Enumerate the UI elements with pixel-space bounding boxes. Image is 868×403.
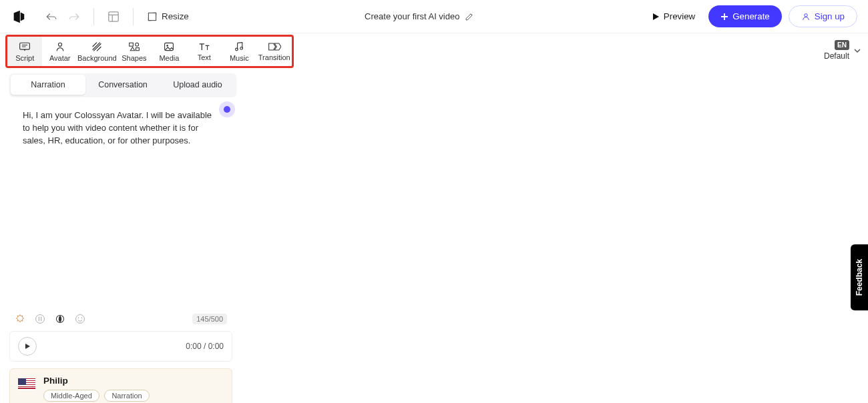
tool-script[interactable]: Script xyxy=(7,37,42,66)
voice-card[interactable]: Philip Middle-Aged Narration xyxy=(9,368,232,403)
svg-point-11 xyxy=(240,47,243,49)
generate-label: Generate xyxy=(732,11,770,21)
svg-point-15 xyxy=(78,318,79,319)
svg-point-2 xyxy=(805,13,807,16)
svg-point-9 xyxy=(167,45,169,47)
resize-button[interactable]: Resize xyxy=(142,7,194,26)
play-narration-button[interactable] xyxy=(18,337,37,356)
tool-music[interactable]: Music xyxy=(222,37,256,66)
tool-shapes[interactable]: Shapes xyxy=(117,37,152,66)
generate-button[interactable]: Generate xyxy=(708,5,782,27)
locale-badge: EN xyxy=(835,40,849,50)
signup-button[interactable]: Sign up xyxy=(789,5,857,27)
pause-icon[interactable] xyxy=(35,314,45,324)
recording-indicator[interactable] xyxy=(219,101,235,117)
undo-button[interactable] xyxy=(40,8,63,25)
narration-text[interactable]: Hi, I am your Colossyan Avatar. I will b… xyxy=(9,105,232,151)
play-time: 0:00 / 0:00 xyxy=(186,342,224,351)
svg-rect-1 xyxy=(148,13,156,20)
svg-point-12 xyxy=(36,315,45,324)
edit-title-icon[interactable] xyxy=(465,12,474,21)
svg-point-4 xyxy=(58,43,61,46)
feedback-tab[interactable]: Feedback xyxy=(851,244,868,310)
tab-narration[interactable]: Narration xyxy=(11,75,85,95)
svg-rect-0 xyxy=(109,11,118,21)
flag-us-icon xyxy=(18,378,35,390)
accent-icon[interactable] xyxy=(55,314,65,324)
script-tabs: Narration Conversation Upload audio xyxy=(9,73,236,96)
svg-point-14 xyxy=(76,315,85,324)
preview-label: Preview xyxy=(664,11,695,21)
svg-rect-3 xyxy=(20,43,30,49)
tab-conversation[interactable]: Conversation xyxy=(85,75,160,95)
tab-upload-audio[interactable]: Upload audio xyxy=(160,75,235,95)
preview-button[interactable]: Preview xyxy=(645,7,702,25)
project-title: Create your first AI video xyxy=(365,11,459,21)
signup-label: Sign up xyxy=(815,11,845,21)
svg-point-16 xyxy=(81,318,83,319)
voice-chip-style: Narration xyxy=(104,390,149,402)
locale-selector[interactable]: EN Default xyxy=(824,40,861,61)
tool-text[interactable]: Text xyxy=(187,37,222,66)
redo-button[interactable] xyxy=(63,8,85,25)
locale-label: Default xyxy=(824,51,849,61)
chevron-down-icon xyxy=(853,47,861,55)
voice-chip-age: Middle-Aged xyxy=(43,390,99,402)
tool-media[interactable]: Media xyxy=(152,37,186,66)
toolbar-highlight: Script Avatar Background Shapes Media Te… xyxy=(5,35,294,68)
app-logo[interactable] xyxy=(11,9,27,25)
svg-rect-7 xyxy=(136,47,139,50)
voice-name: Philip xyxy=(43,376,152,386)
voice-settings-icon[interactable] xyxy=(15,314,25,324)
svg-point-6 xyxy=(136,43,139,46)
tool-background[interactable]: Background xyxy=(77,37,117,66)
svg-rect-5 xyxy=(130,43,134,46)
char-count: 145/500 xyxy=(192,314,227,324)
script-playbar: 0:00 / 0:00 xyxy=(9,331,232,362)
resize-label: Resize xyxy=(162,11,189,21)
emoji-icon[interactable] xyxy=(75,314,85,324)
tool-transition[interactable]: Transition xyxy=(257,37,292,66)
tool-avatar[interactable]: Avatar xyxy=(42,37,77,66)
layout-button[interactable] xyxy=(102,7,125,27)
